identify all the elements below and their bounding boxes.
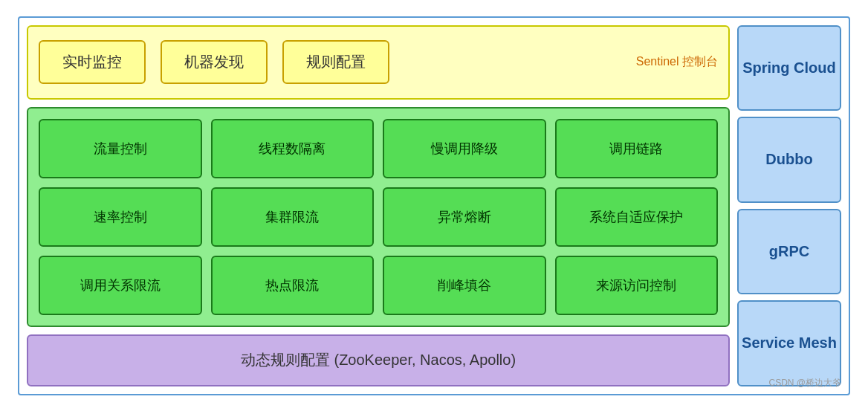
sentinel-section: 实时监控 机器发现 规则配置 Sentinel 控制台	[27, 25, 730, 100]
sidebar-item-2: gRPC	[737, 209, 841, 295]
grid-cell: 异常熔断	[383, 187, 546, 247]
right-sidebar: Spring CloudDubbogRPCService Mesh	[737, 25, 841, 386]
grid-cell: 调用关系限流	[39, 256, 202, 315]
sentinel-label: Sentinel 控制台	[636, 54, 718, 70]
grid-cell: 慢调用降级	[383, 119, 546, 178]
grid-cell: 调用链路	[555, 119, 719, 178]
main-content: 实时监控 机器发现 规则配置 Sentinel 控制台 流量控制线程数隔离慢调用…	[27, 25, 730, 386]
grid-cell: 集群限流	[211, 187, 375, 247]
grid-cell: 系统自适应保护	[555, 187, 719, 247]
watermark: CSDN @桥边大爷	[768, 377, 841, 389]
grid-cell: 削峰填谷	[383, 256, 546, 315]
sidebar-item-3: Service Mesh	[737, 300, 841, 386]
machine-discovery: 机器发现	[161, 40, 268, 84]
bottom-section: 动态规则配置 (ZooKeeper, Nacos, Apollo)	[27, 334, 730, 386]
rule-config: 规则配置	[282, 40, 389, 84]
grid-cell: 流量控制	[39, 119, 202, 178]
sidebar-item-0: Spring Cloud	[737, 25, 841, 111]
grid-cell: 速率控制	[39, 187, 202, 247]
bottom-label: 动态规则配置 (ZooKeeper, Nacos, Apollo)	[241, 350, 516, 370]
realtime-monitor: 实时监控	[39, 40, 146, 84]
sentinel-boxes: 实时监控 机器发现 规则配置	[39, 40, 621, 84]
grid-section: 流量控制线程数隔离慢调用降级调用链路速率控制集群限流异常熔断系统自适应保护调用关…	[27, 107, 730, 327]
sidebar-item-1: Dubbo	[737, 117, 841, 203]
grid-cell: 来源访问控制	[555, 256, 719, 315]
main-diagram: 实时监控 机器发现 规则配置 Sentinel 控制台 流量控制线程数隔离慢调用…	[18, 16, 850, 395]
grid-cell: 热点限流	[211, 256, 375, 315]
grid-cell: 线程数隔离	[211, 119, 375, 178]
